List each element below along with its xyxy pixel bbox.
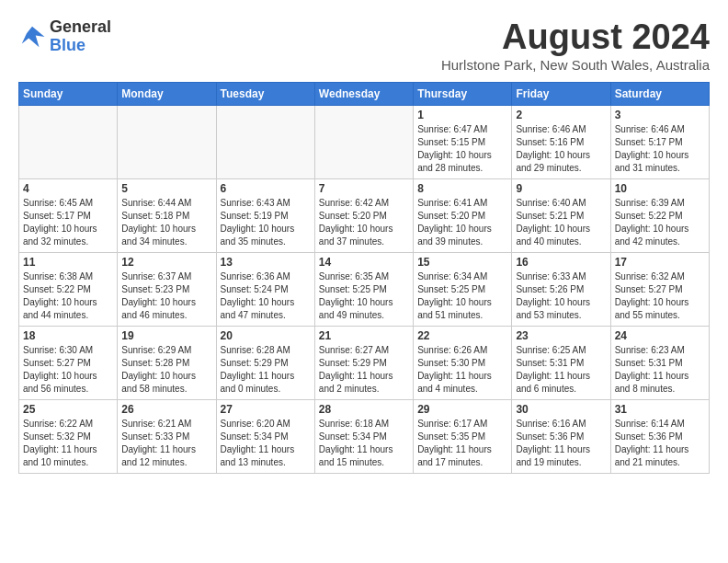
calendar-week-row: 18Sunrise: 6:30 AMSunset: 5:27 PMDayligh… [19,326,710,399]
calendar-cell: 10Sunrise: 6:39 AMSunset: 5:22 PMDayligh… [610,178,709,252]
day-info: Sunrise: 6:44 AMSunset: 5:18 PMDaylight:… [121,197,211,248]
calendar-cell: 13Sunrise: 6:36 AMSunset: 5:24 PMDayligh… [216,252,314,326]
header: General Blue August 2024 Hurlstone Park,… [18,18,710,73]
day-number: 28 [319,403,409,416]
day-number: 12 [121,256,211,269]
day-number: 23 [516,329,606,342]
calendar-cell: 15Sunrise: 6:34 AMSunset: 5:25 PMDayligh… [414,252,512,326]
day-number: 18 [23,329,113,342]
day-number: 5 [121,182,211,195]
calendar-cell: 14Sunrise: 6:35 AMSunset: 5:25 PMDayligh… [314,252,413,326]
calendar-week-row: 25Sunrise: 6:22 AMSunset: 5:32 PMDayligh… [19,399,710,473]
day-info: Sunrise: 6:40 AMSunset: 5:21 PMDaylight:… [516,197,606,248]
day-info: Sunrise: 6:22 AMSunset: 5:32 PMDaylight:… [23,418,113,469]
day-info: Sunrise: 6:46 AMSunset: 5:17 PMDaylight:… [615,123,705,175]
header-day: Friday [512,82,610,105]
day-number: 20 [221,329,311,342]
calendar-cell: 22Sunrise: 6:26 AMSunset: 5:30 PMDayligh… [414,326,512,399]
day-number: 8 [417,182,507,195]
header-day: Wednesday [314,82,413,105]
calendar-week-row: 4Sunrise: 6:45 AMSunset: 5:17 PMDaylight… [19,178,710,252]
day-number: 26 [121,403,211,416]
calendar-cell: 23Sunrise: 6:25 AMSunset: 5:31 PMDayligh… [512,326,610,399]
logo-text: General Blue [50,18,111,55]
day-info: Sunrise: 6:47 AMSunset: 5:15 PMDaylight:… [417,123,507,175]
day-info: Sunrise: 6:42 AMSunset: 5:20 PMDaylight:… [319,197,409,248]
day-number: 19 [121,329,211,342]
calendar-cell: 3Sunrise: 6:46 AMSunset: 5:17 PMDaylight… [610,105,709,178]
calendar-table: SundayMondayTuesdayWednesdayThursdayFrid… [18,82,710,474]
day-info: Sunrise: 6:26 AMSunset: 5:30 PMDaylight:… [417,344,507,396]
location-title: Hurlstone Park, New South Wales, Austral… [441,57,710,73]
day-info: Sunrise: 6:18 AMSunset: 5:34 PMDaylight:… [319,418,409,469]
day-number: 25 [23,403,113,416]
logo-general: General [50,18,111,37]
day-info: Sunrise: 6:32 AMSunset: 5:27 PMDaylight:… [615,270,705,322]
calendar-cell: 18Sunrise: 6:30 AMSunset: 5:27 PMDayligh… [19,326,118,399]
day-number: 16 [516,256,606,269]
day-number: 10 [615,182,705,195]
calendar-cell: 7Sunrise: 6:42 AMSunset: 5:20 PMDaylight… [314,178,413,252]
day-info: Sunrise: 6:20 AMSunset: 5:34 PMDaylight:… [221,418,311,469]
day-number: 7 [319,182,409,195]
header-day: Tuesday [216,82,314,105]
day-number: 29 [417,403,507,416]
calendar-cell: 9Sunrise: 6:40 AMSunset: 5:21 PMDaylight… [512,178,610,252]
month-title: August 2024 [441,18,710,57]
header-day: Thursday [414,82,512,105]
day-number: 9 [516,182,606,195]
day-number: 13 [221,256,311,269]
day-info: Sunrise: 6:36 AMSunset: 5:24 PMDaylight:… [221,270,311,322]
day-info: Sunrise: 6:43 AMSunset: 5:19 PMDaylight:… [221,197,311,248]
day-info: Sunrise: 6:27 AMSunset: 5:29 PMDaylight:… [319,344,409,396]
calendar-cell: 2Sunrise: 6:46 AMSunset: 5:16 PMDaylight… [512,105,610,178]
bird-icon [18,23,46,51]
day-info: Sunrise: 6:34 AMSunset: 5:25 PMDaylight:… [417,270,507,322]
calendar-cell: 27Sunrise: 6:20 AMSunset: 5:34 PMDayligh… [216,399,314,473]
day-info: Sunrise: 6:23 AMSunset: 5:31 PMDaylight:… [615,344,705,396]
calendar-cell: 28Sunrise: 6:18 AMSunset: 5:34 PMDayligh… [314,399,413,473]
day-info: Sunrise: 6:45 AMSunset: 5:17 PMDaylight:… [23,197,113,248]
calendar-cell: 26Sunrise: 6:21 AMSunset: 5:33 PMDayligh… [118,399,216,473]
day-number: 1 [417,109,507,121]
day-number: 6 [221,182,311,195]
day-info: Sunrise: 6:37 AMSunset: 5:23 PMDaylight:… [121,270,211,322]
header-row: SundayMondayTuesdayWednesdayThursdayFrid… [19,82,710,105]
day-info: Sunrise: 6:25 AMSunset: 5:31 PMDaylight:… [516,344,606,396]
day-number: 30 [516,403,606,416]
calendar-cell: 29Sunrise: 6:17 AMSunset: 5:35 PMDayligh… [414,399,512,473]
calendar-cell [118,105,216,178]
header-day: Monday [118,82,216,105]
day-number: 21 [319,329,409,342]
calendar-cell: 17Sunrise: 6:32 AMSunset: 5:27 PMDayligh… [610,252,709,326]
day-number: 24 [615,329,705,342]
day-info: Sunrise: 6:17 AMSunset: 5:35 PMDaylight:… [417,418,507,469]
day-info: Sunrise: 6:28 AMSunset: 5:29 PMDaylight:… [221,344,311,396]
calendar-cell: 1Sunrise: 6:47 AMSunset: 5:15 PMDaylight… [414,105,512,178]
logo-blue: Blue [50,37,111,55]
day-info: Sunrise: 6:30 AMSunset: 5:27 PMDaylight:… [23,344,113,396]
calendar-week-row: 11Sunrise: 6:38 AMSunset: 5:22 PMDayligh… [19,252,710,326]
calendar-cell: 5Sunrise: 6:44 AMSunset: 5:18 PMDaylight… [118,178,216,252]
calendar-cell [216,105,314,178]
calendar-cell: 8Sunrise: 6:41 AMSunset: 5:20 PMDaylight… [414,178,512,252]
calendar-cell: 12Sunrise: 6:37 AMSunset: 5:23 PMDayligh… [118,252,216,326]
day-number: 14 [319,256,409,269]
day-number: 11 [23,256,113,269]
calendar-cell [314,105,413,178]
day-info: Sunrise: 6:33 AMSunset: 5:26 PMDaylight:… [516,270,606,322]
day-info: Sunrise: 6:14 AMSunset: 5:36 PMDaylight:… [615,418,705,469]
calendar-cell: 20Sunrise: 6:28 AMSunset: 5:29 PMDayligh… [216,326,314,399]
day-number: 4 [23,182,113,195]
day-info: Sunrise: 6:35 AMSunset: 5:25 PMDaylight:… [319,270,409,322]
title-section: August 2024 Hurlstone Park, New South Wa… [441,18,710,73]
day-info: Sunrise: 6:29 AMSunset: 5:28 PMDaylight:… [121,344,211,396]
day-number: 17 [615,256,705,269]
day-info: Sunrise: 6:39 AMSunset: 5:22 PMDaylight:… [615,197,705,248]
day-number: 27 [221,403,311,416]
calendar-cell: 4Sunrise: 6:45 AMSunset: 5:17 PMDaylight… [19,178,118,252]
day-info: Sunrise: 6:21 AMSunset: 5:33 PMDaylight:… [121,418,211,469]
day-number: 3 [615,109,705,121]
day-info: Sunrise: 6:46 AMSunset: 5:16 PMDaylight:… [516,123,606,175]
day-info: Sunrise: 6:16 AMSunset: 5:36 PMDaylight:… [516,418,606,469]
